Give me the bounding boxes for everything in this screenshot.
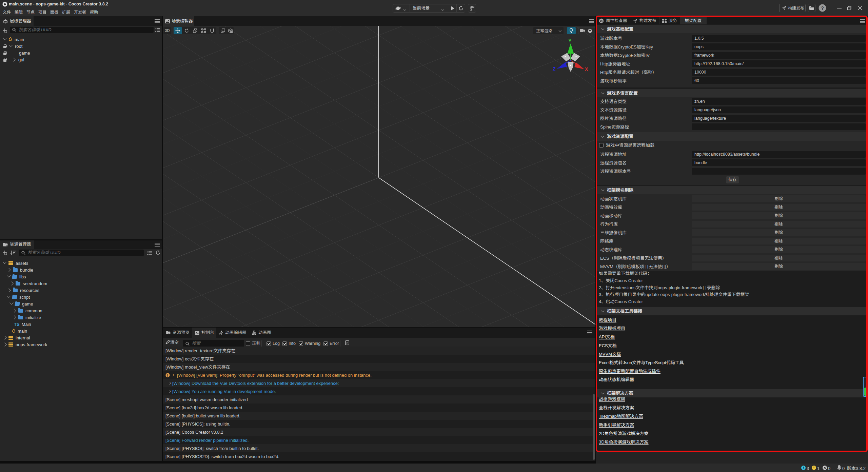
svg-text:X: X [585, 66, 588, 72]
svg-text:Z: Z [553, 66, 556, 72]
svg-text:?: ? [821, 5, 824, 11]
svg-text:i: i [803, 466, 804, 470]
svg-text:Y: Y [568, 38, 572, 43]
